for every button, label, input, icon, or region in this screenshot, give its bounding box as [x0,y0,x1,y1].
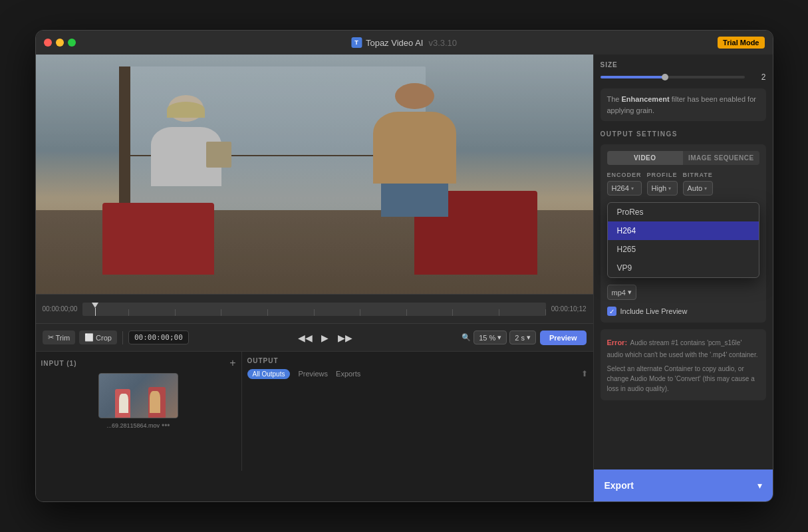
playhead[interactable] [92,303,98,316]
output-settings-header: OUTPUT SETTINGS [601,130,766,138]
zoom-select[interactable]: 15 % ▾ [473,331,507,344]
thumb-figure1 [119,394,128,414]
preview-button[interactable]: Preview [540,331,587,345]
bitrate-field: BITRATE Auto ▾ [683,172,713,196]
bottom-panels: INPUT (1) + [36,351,593,471]
encoder-option-h264[interactable]: H264 [608,221,759,240]
export-label: Export [605,480,634,491]
tick [407,309,454,316]
main-content: 00:00:00;00 [36,55,773,501]
thumb-scene [99,374,178,418]
error-title: Error: Audio stream #1 contains 'pcm_s16… [607,336,759,360]
encoder-option-prores[interactable]: ProRes [608,203,759,221]
encoder-select[interactable]: H264 ▾ [607,181,642,196]
encoder-section: ENCODER H264 ▾ PROFILE High ▾ [607,172,759,300]
encoder-option-h265[interactable]: H265 [608,240,759,259]
thumb-more-button[interactable]: ••• [162,421,170,430]
crop-icon: ⬜ [84,333,94,342]
profile-value: High [652,184,667,192]
container-select[interactable]: mp4 ▾ [607,285,636,300]
separator [122,331,123,344]
timeline-track[interactable] [82,303,545,316]
bitrate-label: BITRATE [683,172,713,178]
size-value: 2 [750,72,766,82]
size-section: SIZE 2 [601,61,766,82]
minimize-button[interactable] [56,39,64,47]
tick [360,309,407,316]
size-row: 2 [601,72,766,82]
encoder-field: ENCODER H264 ▾ [607,172,642,196]
titlebar-center: T Topaz Video AI v3.3.10 [351,37,457,48]
output-type-tabs: VIDEO IMAGE SEQUENCE [607,151,759,165]
timeline-ticks [82,303,545,316]
trim-button[interactable]: ✂ Trim [43,331,76,344]
interval-value: 2 s [515,334,525,342]
app-icon: T [351,37,362,48]
tick [453,309,499,316]
time-display[interactable]: 00:00:00;00 [128,331,189,344]
profile-label: PROFILE [647,172,678,178]
size-slider-thumb [662,74,668,80]
add-input-button[interactable]: + [229,357,235,369]
previews-tab[interactable]: Previews [298,368,328,379]
tick [268,309,315,316]
profile-select[interactable]: High ▾ [647,181,678,196]
zoom-value: 15 % [479,334,495,342]
traffic-lights [44,39,76,47]
export-chevron: ▾ [757,480,762,491]
enhancement-note: The Enhancement filter has been enabled … [601,88,766,121]
output-panel: OUTPUT All Outputs Previews Exports ⬆ [242,352,593,471]
video-tab[interactable]: VIDEO [607,151,684,165]
timeline-bar[interactable]: 00:00:00;00 [36,294,593,323]
thumb-label-row: ...69.28115864.mov ••• [106,421,170,430]
interval-chevron: ▾ [527,333,531,342]
image-sequence-tab[interactable]: IMAGE SEQUENCE [683,151,759,165]
play-button[interactable]: ▶ [317,330,333,346]
scene-overlay [36,55,593,294]
output-tabs: All Outputs Previews Exports ⬆ [247,368,588,379]
time-start: 00:00:00;00 [43,305,78,313]
input-panel-header: INPUT (1) + [41,357,236,369]
maximize-button[interactable] [68,39,76,47]
output-panel-header: OUTPUT [247,357,588,364]
tick [221,309,268,316]
interval-select[interactable]: 2 s ▾ [509,331,536,344]
encoder-row: ENCODER H264 ▾ PROFILE High ▾ [607,172,759,196]
tick [82,309,129,316]
trim-label: Trim [56,334,70,342]
bitrate-value: Auto [688,184,703,192]
encoder-option-vp9[interactable]: VP9 [608,259,759,277]
left-panel: 00:00:00;00 [36,55,593,501]
live-preview-label: Include Live Preview [620,307,688,315]
encoder-value: H264 [612,184,629,192]
step-forward-button[interactable]: ▶▶ [337,330,353,346]
exports-tab[interactable]: Exports [336,368,360,379]
video-thumbnail[interactable] [98,373,178,418]
error-message: Audio stream #1 contains 'pcm_s16le' aud… [607,339,758,358]
crop-button[interactable]: ⬜ Crop [79,331,117,344]
live-preview-checkbox[interactable] [607,307,616,316]
live-preview-row: Include Live Preview [607,307,759,316]
thumb-filename: ...69.28115864.mov [106,422,160,429]
app-window: T Topaz Video AI v3.3.10 Trial Mode [35,30,773,502]
error-suggestion: Select an alternate Container to copy au… [607,364,759,394]
trim-icon: ✂ [48,333,54,342]
playhead-line [95,308,96,316]
export-bar[interactable]: Export ▾ [594,469,773,501]
bitrate-select[interactable]: Auto ▾ [683,181,713,196]
profile-field: PROFILE High ▾ [647,172,678,196]
trial-badge[interactable]: Trial Mode [718,37,764,49]
output-settings-box: VIDEO IMAGE SEQUENCE ENCODER H264 [601,144,766,323]
size-slider[interactable] [601,76,745,78]
step-back-button[interactable]: ◀◀ [297,330,313,346]
error-box: Error: Audio stream #1 contains 'pcm_s16… [601,329,766,400]
encoder-label: ENCODER [607,172,642,178]
close-button[interactable] [44,39,52,47]
all-outputs-tab[interactable]: All Outputs [247,369,291,379]
tick [176,309,222,316]
transport-controls: ◀◀ ▶ ▶▶ [297,330,353,346]
app-version: v3.3.10 [428,38,457,48]
playhead-head [92,303,98,308]
input-panel-title: INPUT (1) [41,360,77,367]
output-sort-button[interactable]: ⬆ [581,369,588,378]
